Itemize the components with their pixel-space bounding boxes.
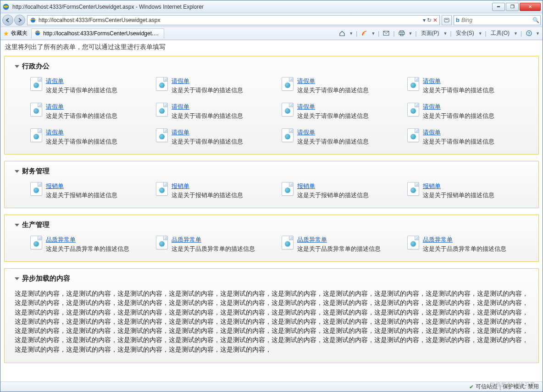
document-icon <box>282 103 294 116</box>
favorites-label[interactable]: 收藏夹 <box>11 29 28 37</box>
status-bar: ✔ 可信站点 | 保护模式: 禁用 <box>0 381 543 392</box>
page-menu[interactable]: 页面(P) <box>420 29 441 37</box>
form-desc: 这是关于请假单的描述信息 <box>172 138 243 146</box>
document-icon <box>156 236 168 249</box>
favorites-star-icon[interactable]: ★ <box>3 30 9 37</box>
form-item: 请假单这是关于请假单的描述信息 <box>407 77 528 94</box>
close-button[interactable]: ✕ <box>520 3 541 11</box>
help-icon[interactable]: ? <box>525 29 533 38</box>
form-link[interactable]: 报销单 <box>423 182 494 190</box>
status-protected: 保护模式: 禁用 <box>503 383 539 391</box>
form-link[interactable]: 请假单 <box>423 128 494 137</box>
document-icon <box>407 182 419 196</box>
feeds-icon[interactable] <box>360 29 368 38</box>
page-content: 这里将列出了所有的表单，您可以通过这里进行表单填写 行政办公请假单这是关于请假单… <box>0 40 543 381</box>
svg-point-1 <box>31 17 36 22</box>
panel-async: 异步加载的内容 这是测试的内容，这是测试的内容，这是测试的内容，这是测试的内容，… <box>4 268 539 363</box>
form-link[interactable]: 品质异常单 <box>46 236 129 244</box>
command-bar: ▼ | ▼ | | ▼ | 页面(P)▼ | 安全(S)▼ | 工具(O)▼ |… <box>338 29 540 38</box>
form-item: 报销单这是关于报销单的描述信息 <box>407 182 528 199</box>
search-box[interactable]: b 🔍 <box>454 15 541 25</box>
form-desc: 这是关于请假单的描述信息 <box>423 138 494 146</box>
panel-section: 财务管理报销单这是关于报销单的描述信息报销单这是关于报销单的描述信息报销单这是关… <box>4 161 539 208</box>
form-desc: 这是关于请假单的描述信息 <box>172 86 243 94</box>
form-desc: 这是关于请假单的描述信息 <box>46 86 117 94</box>
form-link[interactable]: 请假单 <box>423 103 494 111</box>
form-desc: 这是关于品质异常单的描述信息 <box>423 245 506 253</box>
form-desc: 这是关于报销单的描述信息 <box>423 191 494 199</box>
document-icon <box>156 77 168 91</box>
collapse-toggle-icon[interactable] <box>15 224 19 226</box>
stop-icon[interactable]: ✕ <box>433 17 438 23</box>
form-link[interactable]: 请假单 <box>172 128 243 137</box>
form-link[interactable]: 请假单 <box>297 103 369 111</box>
search-go-icon[interactable]: 🔍 <box>532 17 539 23</box>
address-input[interactable] <box>39 17 421 23</box>
document-icon <box>30 236 42 249</box>
collapse-toggle-icon[interactable] <box>15 277 19 280</box>
window-titlebar: http://localhost:4333/FormsCenterUsewidg… <box>0 0 543 13</box>
mail-icon[interactable] <box>382 29 390 38</box>
form-item: 报销单这是关于报销单的描述信息 <box>156 182 277 199</box>
tools-menu[interactable]: 工具(O) <box>489 29 511 37</box>
address-dropdown-icon[interactable]: ▾ <box>423 17 426 23</box>
form-link[interactable]: 请假单 <box>46 77 117 85</box>
maximize-button[interactable]: ❐ <box>506 3 519 11</box>
svg-rect-3 <box>445 19 448 20</box>
document-icon <box>407 77 419 91</box>
page-icon <box>34 30 41 37</box>
document-icon <box>30 182 42 196</box>
home-icon[interactable] <box>338 29 346 38</box>
svg-text:?: ? <box>527 31 530 36</box>
form-link[interactable]: 请假单 <box>172 103 243 111</box>
form-desc: 这是关于请假单的描述信息 <box>423 112 494 120</box>
document-icon <box>156 128 168 142</box>
document-icon <box>282 77 294 91</box>
collapse-toggle-icon[interactable] <box>15 65 19 68</box>
address-bar[interactable]: ▾ ↻ ✕ <box>27 15 440 25</box>
check-icon: ✔ <box>469 384 474 390</box>
form-link[interactable]: 请假单 <box>46 103 117 111</box>
page-icon <box>29 17 37 24</box>
form-desc: 这是关于报销单的描述信息 <box>297 191 369 199</box>
document-icon <box>407 236 419 249</box>
forward-button[interactable] <box>14 15 25 26</box>
refresh-icon[interactable]: ↻ <box>427 17 432 23</box>
form-link[interactable]: 品质异常单 <box>297 236 381 244</box>
form-link[interactable]: 品质异常单 <box>423 236 506 244</box>
ie-icon <box>2 3 10 11</box>
form-desc: 这是关于请假单的描述信息 <box>297 112 369 120</box>
safety-menu[interactable]: 安全(S) <box>454 29 476 37</box>
form-item: 请假单这是关于请假单的描述信息 <box>156 128 277 146</box>
form-item: 请假单这是关于请假单的描述信息 <box>30 103 151 120</box>
form-item: 请假单这是关于请假单的描述信息 <box>156 103 277 120</box>
async-body: 这是测试的内容，这是测试的内容，这是测试的内容，这是测试的内容，这是测试的内容，… <box>15 289 528 354</box>
form-link[interactable]: 报销单 <box>46 182 117 190</box>
form-link[interactable]: 请假单 <box>297 77 369 85</box>
form-link[interactable]: 报销单 <box>172 182 243 190</box>
form-item: 品质异常单这是关于品质异常单的描述信息 <box>407 236 528 253</box>
document-icon <box>282 236 294 249</box>
form-link[interactable]: 品质异常单 <box>172 236 255 244</box>
collapse-toggle-icon[interactable] <box>15 170 19 173</box>
document-icon <box>156 103 168 116</box>
document-icon <box>156 182 168 196</box>
minimize-button[interactable]: ━ <box>492 3 505 11</box>
back-button[interactable] <box>2 15 13 26</box>
favorites-bar: ★ 收藏夹 http://localhost:4333/FormsCenterU… <box>0 27 543 40</box>
form-link[interactable]: 请假单 <box>423 77 494 85</box>
browser-tab[interactable]: http://localhost:4333/FormsCenterUsewidg… <box>31 28 164 39</box>
form-desc: 这是关于品质异常单的描述信息 <box>46 245 129 253</box>
panel-section: 行政办公请假单这是关于请假单的描述信息请假单这是关于请假单的描述信息请假单这是关… <box>4 56 539 155</box>
panel-title: 生产管理 <box>22 221 50 229</box>
bing-icon: b <box>456 17 460 23</box>
form-link[interactable]: 请假单 <box>46 128 117 137</box>
compat-view-button[interactable] <box>442 15 452 25</box>
print-icon[interactable] <box>398 29 406 38</box>
form-link[interactable]: 请假单 <box>172 77 243 85</box>
form-link[interactable]: 请假单 <box>297 128 369 137</box>
window-title: http://localhost:4333/FormsCenterUsewidg… <box>12 4 492 10</box>
form-link[interactable]: 报销单 <box>297 182 369 190</box>
panel-title: 行政办公 <box>22 62 50 71</box>
search-input[interactable] <box>461 17 531 23</box>
